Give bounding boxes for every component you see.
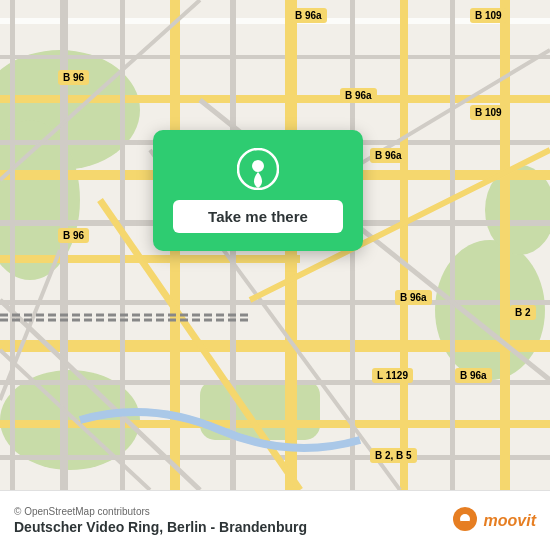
svg-rect-19 (10, 0, 15, 490)
svg-rect-13 (0, 255, 300, 263)
bottom-left-info: © OpenStreetMap contributors Deutscher V… (14, 506, 307, 535)
bottom-bar: © OpenStreetMap contributors Deutscher V… (0, 490, 550, 550)
svg-rect-7 (0, 18, 550, 24)
svg-rect-26 (400, 0, 408, 490)
svg-rect-27 (450, 0, 455, 490)
svg-rect-15 (0, 340, 550, 352)
svg-rect-8 (0, 55, 550, 59)
osm-credit: © OpenStreetMap contributors (14, 506, 307, 517)
map-container: B 96aB 109B 96B 96aB 109B 96aB 96B 96aB … (0, 0, 550, 490)
moovit-pin-icon (451, 507, 479, 535)
popup-card: Take me there (153, 130, 363, 251)
location-name: Deutscher Video Ring, Berlin - Brandenbu… (14, 519, 307, 535)
moovit-logo: moovit (451, 507, 536, 535)
moovit-label: moovit (484, 512, 536, 530)
location-pin-icon (237, 148, 279, 190)
svg-point-41 (252, 160, 264, 172)
svg-rect-14 (0, 300, 550, 305)
take-me-there-button[interactable]: Take me there (173, 200, 343, 233)
svg-rect-20 (60, 0, 68, 490)
